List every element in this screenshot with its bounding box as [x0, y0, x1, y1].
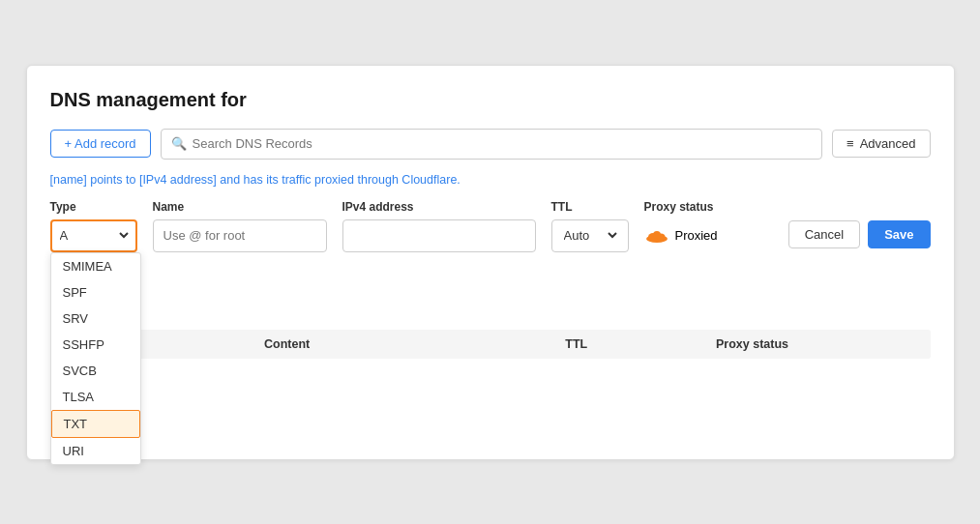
table-col-content: Content [264, 337, 565, 351]
dropdown-item-tlsa[interactable]: TLSA [51, 384, 140, 410]
page-title: DNS management for [50, 89, 931, 111]
proxy-field-group: Proxy status Proxied [644, 200, 718, 252]
dropdown-item-sshfp[interactable]: SSHFP [51, 332, 140, 358]
proxy-status-value: Proxied [644, 219, 718, 252]
dropdown-item-spf[interactable]: SPF [51, 279, 140, 306]
advanced-icon: ≡ [846, 136, 854, 151]
type-label: Type [50, 200, 137, 214]
toolbar: + Add record 🔍 ≡ Advanced [50, 129, 931, 160]
search-icon: 🔍 [171, 136, 187, 151]
dropdown-item-smimea[interactable]: SMIMEA [51, 253, 140, 279]
svg-point-3 [653, 231, 661, 239]
type-dropdown-menu: SMIMEA SPF SRV SSHFP SVCB TLSA TXT URI [50, 252, 141, 465]
search-wrapper: 🔍 [161, 129, 823, 160]
dns-management-card: DNS management for + Add record 🔍 ≡ Adva… [26, 65, 955, 460]
form-area: Type A SMIMEA SPF SRV SSHFP SVCB TLSA [50, 200, 931, 252]
table-col-ttl: TTL [565, 337, 716, 351]
name-label: Name [153, 200, 327, 214]
save-button[interactable]: Save [868, 220, 930, 248]
search-input[interactable] [193, 136, 813, 151]
add-record-button[interactable]: + Add record [50, 130, 151, 158]
name-input[interactable] [153, 219, 327, 252]
table-col-proxy: Proxy status [716, 337, 917, 351]
ttl-select[interactable]: Auto [560, 227, 620, 244]
type-select[interactable]: A [56, 227, 132, 244]
type-field-group: Type A SMIMEA SPF SRV SSHFP SVCB TLSA [50, 200, 137, 252]
advanced-button[interactable]: ≡ Advanced [832, 130, 930, 158]
dropdown-item-uri[interactable]: URI [51, 438, 140, 464]
action-buttons: Cancel Save [788, 220, 931, 248]
dropdown-item-srv[interactable]: SRV [51, 306, 140, 332]
proxy-status-label: Proxy status [644, 200, 718, 214]
ttl-field-group: TTL Auto [551, 200, 629, 252]
ttl-wrapper[interactable]: Auto [551, 219, 629, 252]
cancel-button[interactable]: Cancel [788, 220, 860, 248]
type-select-wrapper[interactable]: A [50, 219, 137, 252]
dropdown-scroll[interactable]: SMIMEA SPF SRV SSHFP SVCB TLSA TXT URI [51, 253, 140, 464]
table-header: Name Content TTL Proxy status [50, 330, 931, 359]
ttl-label: TTL [551, 200, 629, 214]
table-body [50, 359, 931, 436]
advanced-label: Advanced [860, 136, 916, 151]
ipv4-field-group: IPv4 address [342, 200, 536, 252]
info-text-content: [name] points to [IPv4 address] and has … [50, 173, 460, 187]
ipv4-label: IPv4 address [342, 200, 536, 214]
cloud-icon [644, 228, 669, 244]
name-field-group: Name [153, 200, 327, 252]
dropdown-item-txt[interactable]: TXT [51, 410, 140, 438]
ipv4-input[interactable] [342, 219, 536, 252]
proxy-status-text: Proxied [675, 228, 718, 243]
info-banner: [name] points to [IPv4 address] and has … [50, 173, 931, 187]
dropdown-item-svcb[interactable]: SVCB [51, 358, 140, 384]
